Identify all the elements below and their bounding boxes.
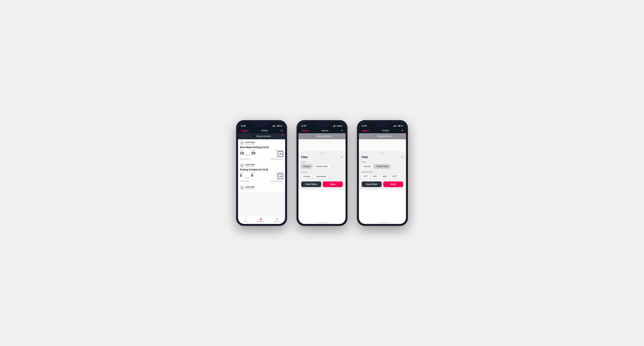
- user-name-2: Josh Coles: [245, 164, 255, 166]
- user-details-1: Josh Coles 28 Feb 2023: [245, 141, 255, 145]
- user-name-1: Josh Coles: [245, 141, 255, 143]
- filter-icon-1: ⚙: [252, 134, 255, 138]
- modal-actions-2: Clear Filters Apply: [301, 181, 343, 187]
- modal-close-3[interactable]: ✕: [401, 156, 403, 159]
- battery-icon-2: [338, 125, 340, 127]
- drills-label-3: Practice Drills: [362, 171, 403, 173]
- hamburger-icon-2[interactable]: ≡: [341, 129, 343, 132]
- nav-home-1[interactable]: ⌂ Home: [243, 217, 247, 222]
- practice-drills-btn-3[interactable]: Practice Drills: [374, 164, 390, 169]
- scene: 11:33 ▲ 53 clippd: [228, 108, 416, 238]
- content-1: JC Josh Coles 28 Feb 2023 ··· Must Make …: [238, 139, 285, 216]
- score-label-1: Score: [240, 150, 244, 151]
- nav-activities-1[interactable]: ♟ Activities: [258, 217, 264, 222]
- filter-dot-1: [282, 134, 284, 135]
- shots-label-2: Shots: [251, 172, 255, 173]
- user-info-2: JC Josh Coles 28 Feb 2023: [240, 163, 255, 168]
- rounds-label-2: Rounds: [301, 171, 343, 173]
- card-header-3: JC Josh Coles 28 Feb 2023 ···: [240, 185, 283, 190]
- ott-btn-3[interactable]: OTT: [362, 174, 370, 179]
- score-label-2: Score: [240, 172, 244, 173]
- battery-text-3: 53: [402, 125, 403, 127]
- clippd-logo-2: clippd: [301, 129, 309, 132]
- rounds-buttons-2: Practice Tournament: [301, 174, 343, 179]
- filter-dot-2: [342, 134, 344, 135]
- filter-banner-1[interactable]: ⚙ Viewing Activities: [238, 133, 285, 139]
- card-info-1: Test Information: [240, 158, 250, 160]
- avatar-3: JC: [240, 185, 244, 190]
- signal-bars-3: [393, 125, 396, 127]
- content-2: [298, 139, 346, 151]
- hamburger-icon-1[interactable]: ≡: [281, 129, 282, 132]
- shot-quality-group-1: Shot Quality 75: [276, 150, 283, 157]
- app-btn-3[interactable]: APP: [371, 174, 379, 179]
- shot-quality-group-2: Shot Quality 45: [276, 172, 283, 179]
- clear-filters-btn-3[interactable]: Clear Filters: [362, 181, 382, 187]
- user-name-3: Josh Coles: [245, 186, 255, 188]
- arg-btn-3[interactable]: ARG: [380, 174, 389, 179]
- phone-1-inner: 11:33 ▲ 53 clippd: [238, 122, 285, 224]
- rounds-btn-3[interactable]: Rounds: [362, 164, 373, 169]
- phone-3: 11:33 ▲ 53 clippd: [357, 120, 408, 226]
- hamburger-icon-3[interactable]: ≡: [402, 129, 403, 132]
- phone-3-inner: 11:33 ▲ 53 clippd: [359, 122, 406, 224]
- card-menu-2[interactable]: ···: [280, 164, 283, 167]
- card-footer-1: Test Information Data: Clippd Capture: [240, 158, 283, 160]
- activity-card-3: JC Josh Coles 28 Feb 2023 ···: [238, 184, 285, 192]
- filter-banner-text-2: Viewing Activities: [316, 135, 332, 137]
- card-menu-3[interactable]: ···: [280, 186, 283, 189]
- modal-header-3: Filter ✕: [362, 156, 403, 159]
- tournament-btn-2[interactable]: Tournament: [314, 174, 328, 179]
- nav-bar-3: clippd Activity ≡: [359, 128, 406, 133]
- outof-2: OUT OF: [245, 177, 250, 178]
- nav-capture-1[interactable]: ⊕ Capture: [274, 217, 280, 222]
- modal-container-3: Filter ✕ Show Rounds Practice Drills Pra…: [359, 151, 406, 221]
- nav-title-2: Activity: [322, 129, 328, 132]
- shot-quality-label-2: Shot Quality: [276, 172, 283, 173]
- apply-btn-2[interactable]: Apply: [323, 181, 343, 187]
- shot-quality-badge-2: 45: [278, 173, 283, 179]
- user-date-1: 28 Feb 2023: [245, 143, 255, 145]
- battery-icon-1: [277, 125, 280, 127]
- show-buttons-3: Rounds Practice Drills: [362, 164, 403, 169]
- practice-drills-btn-2[interactable]: Practice Drills: [313, 164, 330, 169]
- putt-btn-3[interactable]: PUTT: [390, 174, 400, 179]
- user-info-3: JC Josh Coles 28 Feb 2023: [240, 185, 255, 190]
- card-menu-1[interactable]: ···: [280, 142, 283, 144]
- show-label-3: Show: [362, 161, 403, 163]
- nav-title-1: Activity: [261, 129, 268, 132]
- filter-dot-3: [403, 134, 404, 135]
- battery-fill-3: [398, 126, 400, 126]
- nav-title-3: Activity: [382, 129, 389, 132]
- signal-bars-2: [333, 125, 335, 127]
- activities-icon-1: ♟: [260, 217, 262, 220]
- card-footer-2: Test Information Data: Clippd Capture: [240, 180, 283, 182]
- capture-icon-1: ⊕: [276, 217, 278, 220]
- home-indicator-2: [298, 221, 346, 224]
- apply-btn-3[interactable]: Apply: [383, 181, 403, 187]
- card-title-1: Must Make Putting (3-6 ft): [240, 146, 283, 149]
- filter-banner-2: ⚙ Viewing Activities: [298, 133, 346, 139]
- shot-quality-label-1: Shot Quality: [276, 150, 283, 151]
- rounds-btn-2[interactable]: Rounds: [301, 164, 312, 169]
- clear-filters-btn-2[interactable]: Clear Filters: [301, 181, 321, 187]
- show-section-3: Show Rounds Practice Drills: [362, 161, 403, 169]
- wifi-icon-1: ▲: [275, 125, 277, 127]
- battery-text-2: 53: [341, 125, 343, 127]
- modal-close-2[interactable]: ✕: [340, 156, 343, 159]
- card-data-2: Data: Clippd Capture: [270, 181, 283, 182]
- practice-round-btn-2[interactable]: Practice: [301, 174, 312, 179]
- user-date-2: 28 Feb 2023: [245, 166, 255, 167]
- home-label-1: Home: [243, 221, 247, 222]
- status-icons-3: ▲ 53: [393, 125, 403, 127]
- show-section-2: Show Rounds Practice Drills: [301, 161, 343, 169]
- status-time-2: 11:33: [301, 125, 306, 127]
- filter-banner-text-3: Viewing Activities: [377, 135, 392, 137]
- shots-value-1: 20: [251, 151, 255, 155]
- card-data-1: Data: Clippd Capture: [270, 158, 283, 160]
- phone-1: 11:33 ▲ 53 clippd: [236, 120, 287, 226]
- user-date-3: 28 Feb 2023: [245, 188, 255, 190]
- phone-2-inner: 11:33 ▲ 53 clippd: [298, 122, 346, 224]
- filter-icon-3: ⚙: [373, 134, 376, 138]
- drills-section-3: Practice Drills OTT APP ARG PUTT: [362, 171, 403, 179]
